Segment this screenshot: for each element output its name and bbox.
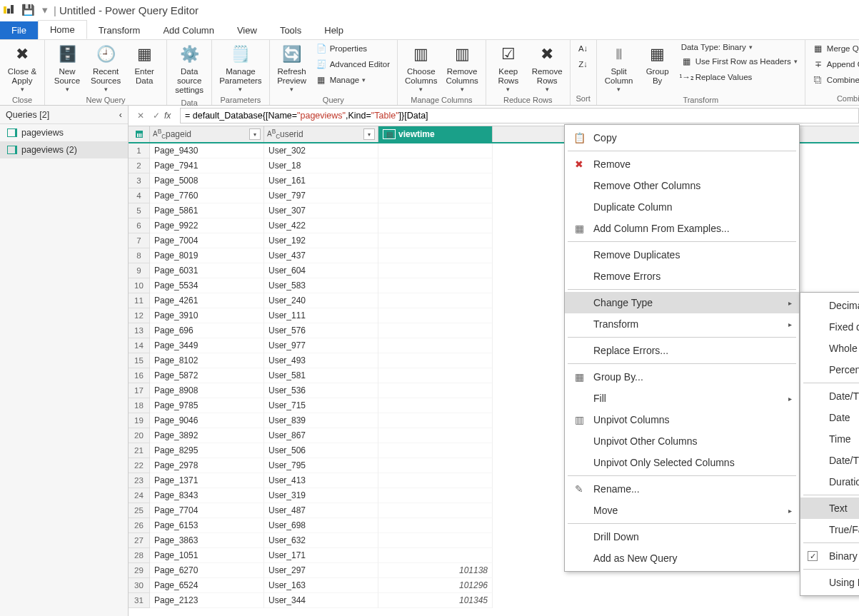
cell-userid[interactable]: User_413 (264, 473, 378, 488)
row-number[interactable]: 31 (129, 593, 150, 608)
type-datetime[interactable]: Date/Time (800, 385, 859, 407)
type-percentage[interactable]: Percentage (800, 359, 859, 380)
row-number[interactable]: 24 (129, 488, 150, 503)
refresh-preview-button[interactable]: 🔄RefreshPreview (274, 41, 310, 94)
table-row[interactable]: 31Page_2123User_344101345 (129, 593, 859, 608)
ctx-move[interactable]: Move (565, 500, 799, 521)
type-true-false[interactable]: True/False (800, 519, 859, 540)
row-number[interactable]: 8 (129, 248, 150, 263)
cell-userid[interactable]: User_698 (264, 518, 378, 533)
cell-userid[interactable]: User_715 (264, 398, 378, 413)
cell-pageid[interactable]: Page_2123 (150, 593, 264, 608)
row-number[interactable]: 4 (129, 188, 150, 203)
query-item[interactable]: pageviews (2) (0, 141, 128, 158)
row-number[interactable]: 13 (129, 323, 150, 338)
cell-pageid[interactable]: Page_6524 (150, 578, 264, 593)
column-header[interactable]: ABCpageid▾ (150, 126, 264, 142)
first-row-headers-button[interactable]: ▦Use First Row as Headers (678, 54, 800, 69)
ctx-drill-down[interactable]: Drill Down (565, 526, 799, 547)
row-number[interactable]: 1 (129, 143, 150, 158)
type-whole[interactable]: Whole Number (800, 338, 859, 359)
row-number[interactable]: 27 (129, 533, 150, 548)
cell-pageid[interactable]: Page_7760 (150, 188, 264, 203)
row-number[interactable]: 25 (129, 503, 150, 518)
cell-viewtime[interactable] (378, 503, 493, 518)
group-by-button[interactable]: ▦GroupBy (640, 41, 675, 87)
ctx-rename[interactable]: ✎Rename... (565, 478, 799, 500)
cell-viewtime[interactable]: 101345 (378, 593, 493, 608)
data-type-button[interactable]: Data Type: Binary (678, 41, 800, 53)
cell-viewtime[interactable] (378, 383, 493, 398)
column-header-selected[interactable]: ▤viewtime (378, 126, 493, 142)
cell-pageid[interactable]: Page_3449 (150, 338, 264, 353)
cell-viewtime[interactable] (378, 473, 493, 488)
cell-userid[interactable]: User_536 (264, 383, 378, 398)
cell-userid[interactable]: User_171 (264, 548, 378, 563)
close-apply-button[interactable]: ✖Close &Apply (4, 41, 40, 94)
cell-pageid[interactable]: Page_2978 (150, 458, 264, 473)
cell-pageid[interactable]: Page_8019 (150, 248, 264, 263)
cell-userid[interactable]: User_576 (264, 323, 378, 338)
cell-userid[interactable]: User_422 (264, 218, 378, 233)
merge-queries-button[interactable]: ▦Merge Queries (810, 41, 859, 56)
cell-pageid[interactable]: Page_7704 (150, 503, 264, 518)
cell-viewtime[interactable] (378, 338, 493, 353)
cell-viewtime[interactable]: 101296 (378, 578, 493, 593)
cell-pageid[interactable]: Page_9046 (150, 413, 264, 428)
cell-viewtime[interactable] (378, 398, 493, 413)
cell-viewtime[interactable] (378, 293, 493, 308)
cell-pageid[interactable]: Page_3910 (150, 308, 264, 323)
cell-pageid[interactable]: Page_6153 (150, 518, 264, 533)
ctx-remove[interactable]: ✖Remove (565, 153, 799, 175)
type-fixed-decimal[interactable]: Fixed decimal number (800, 316, 859, 338)
row-number[interactable]: 2 (129, 158, 150, 173)
ctx-group-by[interactable]: ▦Group By... (565, 366, 799, 388)
row-number[interactable]: 5 (129, 203, 150, 218)
cell-userid[interactable]: User_581 (264, 368, 378, 383)
cell-userid[interactable]: User_344 (264, 593, 378, 608)
queries-header[interactable]: Queries [2]‹ (0, 106, 128, 124)
cell-pageid[interactable]: Page_6031 (150, 263, 264, 278)
row-number[interactable]: 9 (129, 263, 150, 278)
combine-files-button[interactable]: ⿻Combine Files (810, 73, 859, 87)
ctx-unpivot-selected[interactable]: Unpivot Only Selected Columns (565, 452, 799, 473)
column-header[interactable]: ABCuserid▾ (264, 126, 378, 142)
type-date[interactable]: Date (800, 407, 859, 428)
row-number[interactable]: 22 (129, 458, 150, 473)
row-number[interactable]: 12 (129, 308, 150, 323)
type-binary-icon[interactable]: ▤ (383, 129, 396, 139)
cell-pageid[interactable]: Page_5008 (150, 173, 264, 188)
remove-rows-button[interactable]: ✖RemoveRows (529, 41, 566, 94)
cell-userid[interactable]: User_437 (264, 248, 378, 263)
cell-userid[interactable]: User_487 (264, 503, 378, 518)
row-number[interactable]: 26 (129, 518, 150, 533)
cell-userid[interactable]: User_867 (264, 428, 378, 443)
cell-viewtime[interactable]: 101138 (378, 563, 493, 578)
row-number[interactable]: 17 (129, 383, 150, 398)
cell-userid[interactable]: User_319 (264, 488, 378, 503)
type-binary[interactable]: ✓Binary (800, 545, 859, 567)
manage-button[interactable]: ▦Manage (313, 73, 393, 87)
cell-pageid[interactable]: Page_1371 (150, 473, 264, 488)
cell-viewtime[interactable] (378, 368, 493, 383)
ctx-transform[interactable]: Transform (565, 313, 799, 335)
tab-transform[interactable]: Transform (87, 21, 152, 39)
ctx-change-type[interactable]: Change Type (565, 292, 799, 313)
ctx-remove-duplicates[interactable]: Remove Duplicates (565, 244, 799, 266)
ctx-replace-errors[interactable]: Replace Errors... (565, 340, 799, 361)
tab-add-column[interactable]: Add Column (151, 21, 226, 39)
replace-values-button[interactable]: ¹→₂Replace Values (678, 70, 800, 84)
row-number[interactable]: 3 (129, 173, 150, 188)
cancel-icon[interactable]: ✕ (133, 111, 149, 121)
accept-icon[interactable]: ✓ (149, 111, 164, 121)
cell-pageid[interactable]: Page_9430 (150, 143, 264, 158)
ctx-copy[interactable]: 📋Copy (565, 127, 799, 148)
type-decimal[interactable]: Decimal Number (800, 295, 859, 316)
advanced-editor-button[interactable]: 🧾Advanced Editor (313, 57, 393, 71)
cell-viewtime[interactable] (378, 518, 493, 533)
cell-viewtime[interactable] (378, 308, 493, 323)
cell-viewtime[interactable] (378, 143, 493, 158)
type-using-locale[interactable]: Using Locale... (800, 572, 859, 593)
qat-dropdown-icon[interactable]: ▾ (42, 4, 48, 16)
cell-pageid[interactable]: Page_8295 (150, 443, 264, 458)
